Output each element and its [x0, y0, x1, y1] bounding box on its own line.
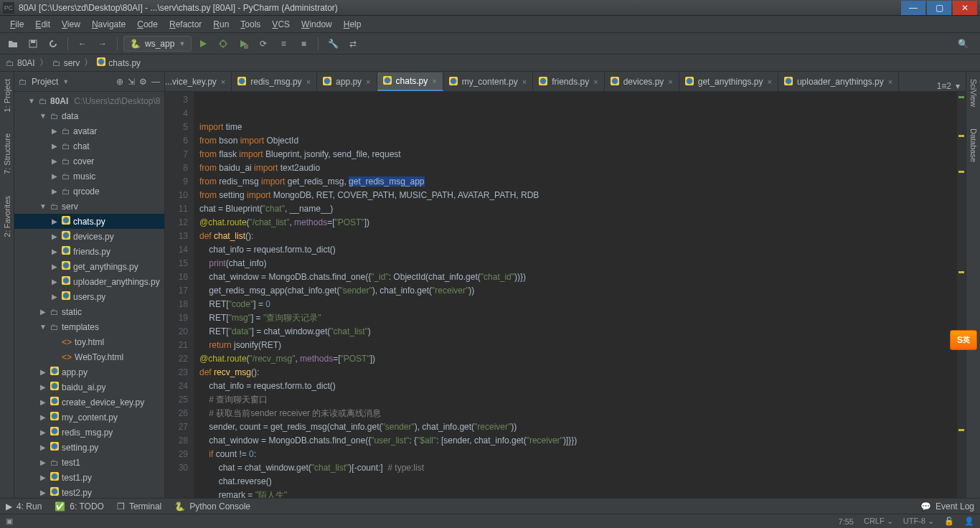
line-number[interactable]: 29 [165, 448, 188, 461]
code-line[interactable]: chat_window = MongoDB.chats.find_one({"_… [199, 270, 966, 284]
tree-twist-icon[interactable]: ▶ [50, 278, 59, 286]
menu-help[interactable]: Help [338, 18, 367, 31]
line-number[interactable]: 18 [165, 298, 188, 311]
tree-item[interactable]: ▶chats.py [14, 214, 164, 229]
tree-twist-icon[interactable]: ▶ [39, 443, 47, 451]
tree-twist-icon[interactable]: ▶ [39, 473, 47, 481]
editor-tab[interactable]: redis_msg.py× [232, 72, 317, 91]
code-line[interactable]: @chat.route("/recv_msg", methods=["POST"… [199, 352, 966, 366]
vcs-icon[interactable]: ⇄ [344, 35, 362, 52]
read-only-toggle[interactable]: 🔓 [944, 517, 954, 526]
line-number[interactable]: 30 [165, 461, 188, 475]
line-number[interactable]: 9 [165, 175, 188, 189]
tree-item[interactable]: ▶create_device_key.py [14, 395, 164, 410]
editor-body[interactable]: 3456789101112131415161718192021222324252… [165, 92, 966, 499]
tree-item[interactable]: ▶🗀test1 [14, 455, 164, 470]
bottom-tool-todo[interactable]: ✅6: TODO [55, 501, 104, 512]
code-line[interactable]: RET["code"] = 0 [199, 298, 966, 311]
tabs-overflow-indicator[interactable]: 1≡2 [937, 81, 951, 91]
tree-item[interactable]: ▶🗀cover [14, 154, 164, 169]
line-number[interactable]: 26 [165, 407, 188, 420]
debug-button[interactable] [215, 35, 232, 52]
tree-item[interactable]: ▶uploader_anythings.py [14, 274, 164, 289]
tree-twist-icon[interactable]: ▶ [50, 232, 59, 240]
code-line[interactable]: if count != 0: [199, 448, 966, 461]
file-encoding[interactable]: UTF-8 ⌄ [903, 517, 934, 526]
code-line[interactable]: import time [199, 121, 966, 134]
tree-twist-icon[interactable]: ▶ [50, 293, 59, 301]
tree-twist-icon[interactable]: ▶ [39, 368, 47, 376]
inspection-indicator[interactable]: 👤 [964, 517, 974, 526]
hide-icon[interactable]: — [151, 77, 160, 87]
tree-item[interactable]: ▶friends.py [14, 244, 164, 259]
tab-close-icon[interactable]: × [768, 77, 772, 86]
breadcrumb-item[interactable]: 🗀serv [52, 58, 80, 68]
code-line[interactable]: # 获取当前sender receiver 的未读或离线消息 [199, 407, 966, 420]
line-number[interactable]: 3 [165, 93, 188, 107]
tree-twist-icon[interactable]: ▶ [39, 398, 47, 406]
save-icon[interactable] [24, 35, 42, 52]
tab-close-icon[interactable]: × [221, 77, 225, 86]
code-line[interactable]: chat_window = MongoDB.chats.find_one({"u… [199, 434, 966, 448]
tree-item[interactable]: <>WebToy.html [14, 349, 164, 364]
code-line[interactable]: chat.reverse() [199, 475, 966, 489]
breadcrumb-item[interactable]: chats.py [97, 57, 141, 68]
tree-item[interactable]: ▶🗀music [14, 169, 164, 184]
back-arrow-icon[interactable]: ← [74, 35, 91, 52]
tree-item[interactable]: ▶test1.py [14, 470, 164, 485]
tree-item[interactable]: ▶setting.py [14, 440, 164, 455]
refresh-icon[interactable] [44, 35, 62, 52]
bottom-tool-terminal[interactable]: ❐Terminal [117, 501, 161, 512]
tree-item[interactable]: <>toy.html [14, 334, 164, 349]
profile-button[interactable]: ⟳ [255, 35, 272, 52]
line-number[interactable]: 7 [165, 148, 188, 161]
line-number[interactable]: 27 [165, 420, 188, 434]
caret-position[interactable]: 7:55 [839, 517, 854, 526]
code-line[interactable]: # 查询聊天窗口 [199, 393, 966, 407]
tree-item[interactable]: ▶users.py [14, 289, 164, 304]
project-tree[interactable]: ▼ 🗀 80AI C:\Users\zd\Desktop\8 ▼🗀data▶🗀a… [14, 92, 164, 499]
wrench-icon[interactable]: 🔧 [324, 35, 341, 52]
line-number[interactable]: 15 [165, 257, 188, 270]
tree-twist-icon[interactable]: ▶ [50, 248, 59, 255]
bottom-tool-run[interactable]: ▶4: Run [6, 501, 42, 512]
tab-close-icon[interactable]: × [306, 77, 311, 86]
code-line[interactable]: from flask import Blueprint, jsonify, se… [199, 148, 966, 161]
right-tab-database[interactable]: Database [968, 124, 979, 166]
tree-twist-icon[interactable]: ▶ [39, 428, 47, 436]
code-area[interactable]: import timefrom bson import ObjectIdfrom… [194, 92, 966, 499]
tree-item[interactable]: ▶my_content.py [14, 410, 164, 425]
search-everywhere-button[interactable]: 🔍 [954, 39, 971, 49]
code-line[interactable]: @chat.route("/chat_list", methods=["POST… [199, 216, 966, 230]
line-number[interactable]: 17 [165, 284, 188, 298]
tab-close-icon[interactable]: × [522, 77, 527, 86]
ime-indicator[interactable]: S 英 [950, 330, 977, 350]
tree-twist-icon[interactable]: ▶ [50, 187, 59, 195]
menu-vcs[interactable]: VCS [266, 18, 296, 31]
left-tab-structure[interactable]: 7: Structure [1, 129, 13, 179]
menu-run[interactable]: Run [207, 18, 235, 31]
editor-tab[interactable]: uploader_anythings.py× [778, 72, 899, 91]
tree-twist-icon[interactable]: ▶ [50, 157, 59, 165]
code-line[interactable]: get_redis_msg_app(chat_info.get("sender"… [199, 284, 966, 298]
tool-windows-icon[interactable]: ▣ [6, 517, 13, 526]
line-number-gutter[interactable]: 3456789101112131415161718192021222324252… [165, 92, 194, 499]
tabs-dropdown-icon[interactable]: ▾ [956, 81, 960, 91]
tree-item[interactable]: ▶test2.py [14, 485, 164, 499]
tab-close-icon[interactable]: × [432, 77, 436, 85]
line-number[interactable]: 19 [165, 311, 188, 325]
editor-tab[interactable]: ...vice_key.py× [165, 72, 232, 91]
line-number[interactable]: 4 [165, 107, 188, 121]
run-configuration-selector[interactable]: 🐍 ws_app ▼ [123, 36, 192, 52]
breadcrumb-item[interactable]: 🗀80AI [6, 58, 35, 68]
editor-tab[interactable]: my_content.py× [443, 72, 533, 91]
line-number[interactable]: 28 [165, 434, 188, 448]
window-maximize-button[interactable]: ▢ [927, 1, 951, 15]
line-separator[interactable]: CRLF ⌄ [864, 517, 893, 526]
code-line[interactable]: return jsonify(RET) [199, 339, 966, 352]
line-number[interactable]: 22 [165, 352, 188, 366]
line-number[interactable]: 23 [165, 366, 188, 380]
line-number[interactable]: 6 [165, 134, 188, 148]
tab-close-icon[interactable]: × [668, 77, 672, 86]
menu-code[interactable]: Code [131, 18, 164, 31]
